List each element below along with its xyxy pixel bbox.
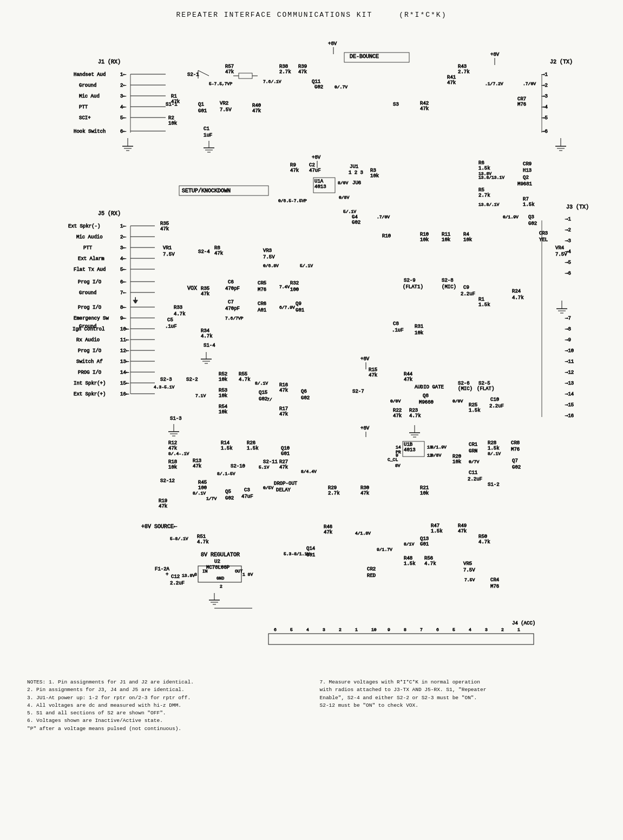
ju1-nums: 1 2 3 [349, 170, 363, 175]
notes-area: NOTES: 1. Pin assignments for J1 and J2 … [11, 679, 612, 733]
c12-value: 2.2uF [170, 581, 185, 586]
r55-value: 4.7k [239, 377, 251, 382]
s2-5-label: S2-5 [478, 381, 490, 386]
r41-label: R41 [447, 75, 456, 80]
volt-7-0v: .7/0V [523, 81, 536, 86]
c3-value: 47uF [241, 494, 253, 499]
volt-5-1c: 5.1V [259, 465, 269, 470]
c8-label: C8 [393, 321, 399, 327]
j2-label: J2 (TX) [550, 59, 573, 65]
q7-device: G02 [512, 465, 521, 470]
s1-4-label: S1-4 [204, 343, 215, 348]
c1-label: C1 [204, 126, 209, 132]
j5-pin5-num: 5← [120, 267, 126, 272]
cr5-label: CR5 [258, 281, 266, 286]
vr5-value: 7.5V [463, 568, 475, 573]
j5-pin11-num: 11← [120, 337, 129, 343]
volt-5-8: 5-8/.1V [170, 536, 188, 541]
r47-value: 1.5k [431, 529, 443, 534]
s1-2-label: S1-2 [488, 482, 500, 487]
j1-pin2-num: 2← [120, 83, 126, 88]
j5-pin7-name: Ground [79, 290, 96, 296]
r51-label: R51 [197, 534, 206, 539]
q13-device: G01 [420, 542, 429, 547]
setup-label: SETUP/KNOCKDOWN [182, 188, 231, 194]
c6-label: C6 [228, 279, 234, 285]
s2-8-mode: (MIC) [442, 284, 456, 290]
c10-label: C10 [490, 397, 499, 402]
volt-0-6-2: 0/6.8V [263, 263, 279, 268]
r2-value: 10k [168, 121, 177, 126]
volt-7-1: 7.1V [195, 393, 206, 398]
r32-label: R32 [290, 281, 299, 286]
r29-label: R29 [328, 485, 337, 491]
q10-label: Q10 [281, 446, 290, 451]
r21-value: 10k [420, 491, 429, 496]
svg-line-17 [198, 70, 209, 76]
q13-label: Q13 [420, 536, 429, 542]
r23-label: R23 [409, 408, 418, 413]
page: REPEATER INTERFACE COMMUNICATIONS KIT (R… [0, 0, 623, 840]
r16-label: R16 [279, 382, 288, 388]
r33-label: R33 [174, 305, 182, 310]
q3-label: Q3 [528, 214, 534, 220]
r35b-label: R35 [201, 286, 209, 291]
reg-pin1: 1 8V [242, 572, 253, 577]
note-2: 2. Pin assignments for J3, J4 and J5 are… [27, 686, 304, 694]
r38-label: R38 [279, 64, 288, 69]
r53-value: 10k [219, 393, 227, 399]
r28-value: 1.5k [488, 446, 500, 451]
reg-in: IN [202, 569, 208, 574]
cr9-label: CR9 [523, 161, 532, 167]
r12-label: R12 [168, 440, 177, 446]
u1b-volt2: 0/8V [431, 453, 441, 458]
r49-value: 47k [458, 529, 467, 534]
title-text: REPEATER INTERFACE COMMUNICATIONS KIT [176, 11, 373, 19]
j4-pin1: 1 [355, 627, 358, 632]
s2-5-mode: (FLAT) [477, 386, 494, 392]
r9-value: 47k [290, 168, 299, 173]
j4-pin4b: 4 [469, 627, 471, 632]
ccl-volt: 8V [395, 463, 401, 468]
r52-value: 10k [219, 377, 227, 382]
c2-label: C2 [309, 162, 315, 168]
r15-label: R15 [369, 367, 377, 373]
dropout-label2: DELAY [276, 487, 291, 493]
note-r4: S2-12 must be "ON" to check VOX. [320, 702, 596, 709]
s2-10-label: S2-10 [231, 464, 245, 469]
r54-label: R54 [219, 404, 227, 409]
j5-label: J5 (RX) [98, 211, 121, 217]
volt-5-1-2: 5/.1V [300, 263, 313, 268]
c10-value: 2.2uF [489, 403, 504, 409]
r14-value: 1.5k [221, 446, 233, 451]
svg-rect-19 [239, 73, 252, 79]
q8-device: M9660 [419, 400, 434, 405]
c12-plus: + [166, 572, 168, 577]
j3-pin2: →2 [565, 227, 571, 233]
j2-pin5: →5 [542, 115, 548, 121]
note-7: "P" after a voltage means pulsed (not co… [27, 725, 304, 733]
r42-value: 47k [420, 106, 429, 112]
r30-label: R30 [360, 485, 369, 491]
volt-7-6: 7.6/.1V [263, 79, 281, 84]
s2-8-label: S2-8 [442, 278, 454, 283]
s2-7-label: S2-7 [352, 389, 364, 394]
j4-pin5b: 5 [453, 627, 455, 632]
r49-label: R49 [458, 523, 467, 529]
r25-value: 1.5k [469, 408, 481, 413]
note-r1: 7. Measure voltages with R*I*C*K in norm… [320, 679, 596, 686]
j1-pin2-name: Ground [79, 83, 96, 88]
r20-volt: 0/7V [469, 459, 479, 464]
r6-value: 1.5k [478, 166, 490, 171]
cr6-label: CR6 [258, 301, 266, 307]
j3-pin12: →12 [565, 370, 574, 375]
volt-0-6: 0/6.5-7.5VP [278, 198, 307, 203]
j3-pin16: →16 [565, 413, 574, 419]
j2-pin4: →4 [542, 105, 548, 110]
j5-pin3-num: 3← [120, 245, 126, 251]
g4-device: G02 [352, 220, 360, 225]
j4-pin8: 8 [404, 627, 406, 632]
j5-pin14-num: 14← [120, 370, 129, 375]
j3-pin15: →15 [565, 402, 574, 408]
r57-label: R57 [225, 64, 234, 69]
